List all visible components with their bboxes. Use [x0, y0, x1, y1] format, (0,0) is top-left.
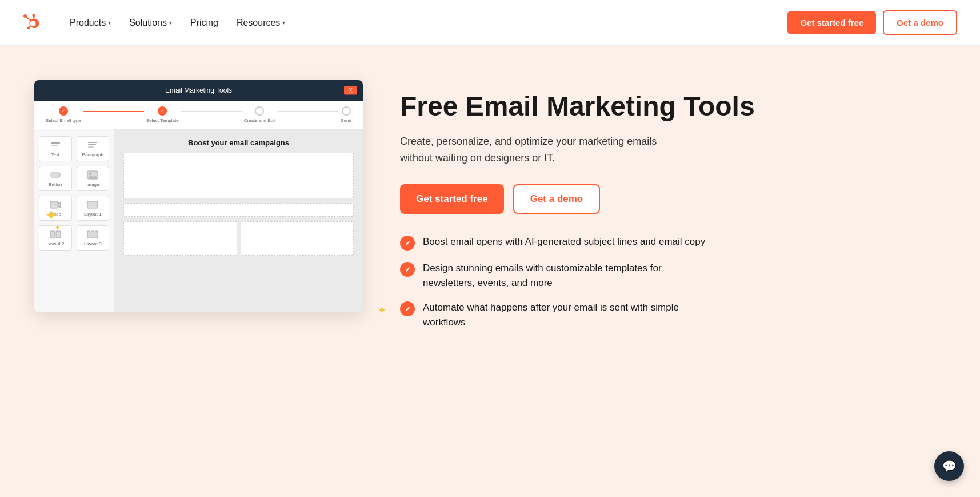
hero-section: ✦ ✦ ✦ Email Marketing Tools X ✓ Select E…: [0, 46, 980, 497]
step-2-circle: ✓: [158, 106, 167, 116]
canvas-block-main: [123, 153, 354, 198]
step-2: ✓ Select Template: [146, 106, 179, 123]
editor-steps: ✓ Select Email type ✓ Select Template Cr…: [34, 101, 363, 129]
feature-item-2: ✓ Design stunning emails with customizab…: [400, 261, 946, 290]
feature-check-2: ✓: [400, 262, 415, 277]
block-text[interactable]: Text: [39, 136, 72, 161]
nav-get-started-button[interactable]: Get started free: [787, 11, 876, 34]
hero-left: ✦ ✦ ✦ Email Marketing Tools X ✓ Select E…: [34, 80, 366, 312]
svg-rect-13: [91, 231, 94, 238]
hero-title: Free Email Marketing Tools: [400, 92, 946, 122]
products-chevron-icon: ▾: [108, 19, 111, 26]
block-paragraph[interactable]: Paragraph: [77, 136, 110, 161]
block-button[interactable]: Button: [39, 166, 72, 191]
feature-check-1: ✓: [400, 236, 415, 251]
paragraph-block-icon: [86, 140, 99, 150]
svg-rect-14: [95, 231, 98, 238]
step-line-1: [83, 111, 144, 112]
step-1: ✓ Select Email type: [46, 106, 81, 123]
navbar: Products ▾ Solutions ▾ Pricing Resources…: [0, 0, 980, 46]
layout1-block-icon: [86, 200, 99, 210]
resources-chevron-icon: ▾: [282, 19, 285, 26]
navbar-actions: Get started free Get a demo: [787, 10, 957, 35]
editor-close-button[interactable]: X: [344, 86, 357, 95]
svg-rect-12: [87, 231, 90, 238]
step-3: Create and Edit: [244, 106, 276, 123]
nav-pricing[interactable]: Pricing: [182, 13, 226, 33]
image-block-icon: [86, 170, 99, 180]
hero-get-demo-button[interactable]: Get a demo: [513, 184, 601, 214]
feature-check-3: ✓: [400, 301, 415, 316]
step-line-3: [278, 111, 338, 112]
checkmark-icon-2: ✓: [405, 265, 411, 274]
canvas-block-half-right: [241, 221, 354, 256]
feature-item-1: ✓ Boost email opens with AI-generated su…: [400, 234, 946, 251]
editor-topbar: Email Marketing Tools X: [34, 80, 363, 101]
hero-get-started-button[interactable]: Get started free: [400, 184, 504, 214]
canvas-block-half-left: [123, 221, 237, 256]
editor-body: Text Paragraph Button: [34, 129, 363, 312]
svg-rect-9: [87, 201, 98, 208]
step-1-circle: ✓: [59, 106, 68, 116]
editor-canvas: Boost your email campaigns: [114, 129, 363, 312]
hero-right: Free Email Marketing Tools Create, perso…: [366, 80, 946, 329]
checkmark-icon-3: ✓: [405, 305, 411, 313]
block-image[interactable]: Image: [77, 166, 110, 191]
svg-rect-0: [51, 142, 60, 144]
canvas-block-divider: [123, 203, 354, 217]
text-block-icon: [49, 140, 62, 150]
layout3-block-icon: [86, 229, 99, 240]
sparkle-decoration-3: ✦: [377, 303, 387, 317]
feature-item-3: ✓ Automate what happens after your email…: [400, 300, 946, 329]
svg-rect-3: [88, 144, 96, 145]
svg-rect-1: [51, 145, 58, 146]
step-4: Send: [341, 106, 351, 123]
step-4-circle: [342, 106, 351, 116]
feature-text-2: Design stunning emails with customizable…: [423, 261, 709, 290]
sparkle-decoration-1: ✦: [45, 206, 58, 225]
canvas-block-row: [123, 221, 354, 256]
nav-get-demo-button[interactable]: Get a demo: [883, 10, 957, 35]
step-3-circle: [255, 106, 264, 116]
svg-point-7: [89, 173, 91, 175]
feature-text-3: Automate what happens after your email i…: [423, 300, 709, 329]
logo[interactable]: [23, 11, 43, 34]
nav-solutions[interactable]: Solutions ▾: [121, 13, 180, 33]
block-layout3[interactable]: Layout 3: [77, 225, 110, 251]
svg-rect-4: [88, 146, 94, 148]
chat-icon: 💬: [942, 459, 957, 473]
feature-text-1: Boost email opens with AI-generated subj…: [423, 234, 705, 249]
email-editor-mockup: Email Marketing Tools X ✓ Select Email t…: [34, 80, 363, 312]
nav-menu: Products ▾ Solutions ▾ Pricing Resources…: [62, 13, 787, 33]
step-line-2: [181, 111, 242, 112]
features-list: ✓ Boost email opens with AI-generated su…: [400, 234, 946, 329]
nav-resources[interactable]: Resources ▾: [229, 13, 293, 33]
sparkle-decoration-2: ✦: [54, 223, 61, 232]
svg-rect-5: [51, 173, 60, 177]
checkmark-icon-1: ✓: [405, 239, 411, 248]
hero-subtitle: Create, personalize, and optimize your m…: [400, 133, 686, 166]
blocks-grid: Text Paragraph Button: [39, 136, 109, 251]
block-layout1[interactable]: Layout 1: [77, 196, 110, 221]
chat-bubble[interactable]: 💬: [934, 451, 964, 481]
hero-buttons: Get started free Get a demo: [400, 184, 946, 214]
solutions-chevron-icon: ▾: [169, 19, 172, 26]
svg-rect-2: [88, 142, 97, 143]
nav-products[interactable]: Products ▾: [62, 13, 119, 33]
button-block-icon: [49, 170, 62, 180]
